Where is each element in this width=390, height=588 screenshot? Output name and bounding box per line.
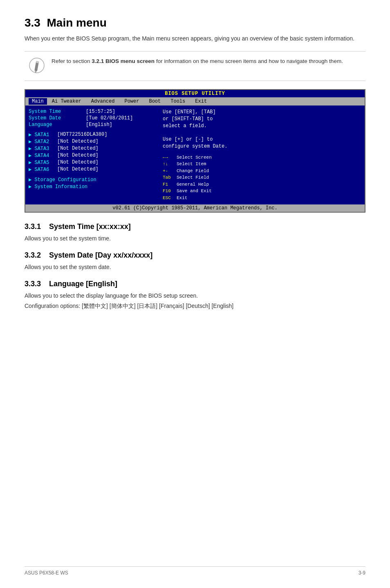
subsection-332-text: Allows you to set the system date. bbox=[25, 263, 365, 272]
bios-footer: v02.61 (C)Copyright 1985-2011, American … bbox=[25, 204, 365, 212]
bios-system-info-row[interactable]: System Information bbox=[29, 184, 159, 190]
bios-key-esc: ESC Exit bbox=[163, 195, 361, 202]
bios-system-time-row: System Time [15:57:25] bbox=[29, 109, 159, 114]
section-intro: When you enter the BIOS Setup program, t… bbox=[25, 34, 365, 43]
main-content: 3.3 Main menu When you enter the BIOS Se… bbox=[25, 16, 365, 310]
bios-sata5-row: SATA5 [Not Detected] bbox=[29, 159, 159, 166]
bios-content: System Time [15:57:25] System Date [Tue … bbox=[25, 105, 365, 204]
bios-system-date-row: System Date [Tue 02/08/2011] bbox=[29, 115, 159, 121]
bios-menu-boot[interactable]: Boot bbox=[144, 98, 166, 105]
bios-menu-main[interactable]: Main bbox=[29, 98, 47, 105]
bios-help-text: Use [ENTER], [TAB] or [SHIFT-TAB] to sel… bbox=[163, 109, 361, 150]
note-box: Refer to section 3.2.1 BIOS menu screen … bbox=[25, 51, 365, 81]
subsection-333-heading: 3.3.3 Language [English] bbox=[25, 280, 365, 288]
bios-sata4-row: SATA4 [Not Detected] bbox=[29, 153, 159, 159]
subsection-331-heading: 3.3.1 System Time [xx:xx:xx] bbox=[25, 222, 365, 231]
bios-menu-power[interactable]: Power bbox=[119, 98, 144, 105]
bios-sata3-row: SATA3 [Not Detected] bbox=[29, 146, 159, 152]
subsection-333-text: Allows you to select the display languag… bbox=[25, 292, 365, 300]
note-text: Refer to section 3.2.1 BIOS menu screen … bbox=[52, 57, 343, 65]
footer-right: 3-9 bbox=[359, 570, 365, 576]
subsection-333-options: Configuration options: [繁體中文] [簡体中文] [日本… bbox=[25, 302, 365, 310]
subsection-331-text: Allows you to set the system time. bbox=[25, 234, 365, 243]
bios-screen: BIOS SETUP UTILITY Main Ai Tweaker Advan… bbox=[25, 89, 365, 213]
bios-sata6-row: SATA6 [Not Detected] bbox=[29, 166, 159, 173]
bios-keys: ←→ Select Screen ↑↓ Select Item +- Chang… bbox=[163, 154, 361, 202]
bios-key-f10: F10 Save and Exit bbox=[163, 188, 361, 195]
bios-key-f1: F1 General Help bbox=[163, 181, 361, 188]
bios-menu-bar: Main Ai Tweaker Advanced Power Boot Tool… bbox=[25, 97, 365, 105]
bios-key-arrows: ←→ Select Screen bbox=[163, 154, 361, 161]
bios-title-bar: BIOS SETUP UTILITY bbox=[25, 90, 365, 97]
bios-sata2-row: SATA2 [Not Detected] bbox=[29, 139, 159, 145]
bios-key-tab: Tab Select Field bbox=[163, 174, 361, 181]
bios-right-panel: Use [ENTER], [TAB] or [SHIFT-TAB] to sel… bbox=[163, 109, 361, 201]
subsection-332-heading: 3.3.2 System Date [Day xx/xx/xxxx] bbox=[25, 251, 365, 260]
bios-menu-ai-tweaker[interactable]: Ai Tweaker bbox=[47, 98, 86, 105]
bios-language-row: Language [English] bbox=[29, 122, 159, 128]
section-heading: 3.3 Main menu bbox=[25, 16, 365, 29]
bios-left-panel: System Time [15:57:25] System Date [Tue … bbox=[29, 109, 159, 201]
bios-storage-config-row[interactable]: Storage Configuration bbox=[29, 177, 159, 183]
footer-left: ASUS P6X58-E WS bbox=[25, 570, 68, 576]
page-footer: ASUS P6X58-E WS 3-9 bbox=[25, 566, 365, 576]
bios-menu-advanced[interactable]: Advanced bbox=[86, 98, 120, 105]
bios-key-updown: ↑↓ Select Item bbox=[163, 161, 361, 168]
bios-key-plusminus: +- Change Field bbox=[163, 168, 361, 175]
bios-menu-tools[interactable]: Tools bbox=[166, 98, 190, 105]
note-icon bbox=[29, 57, 45, 75]
bios-menu-exit[interactable]: Exit bbox=[190, 98, 212, 105]
bios-sata1-row: SATA1 [HDT722516DLA380] bbox=[29, 132, 159, 138]
